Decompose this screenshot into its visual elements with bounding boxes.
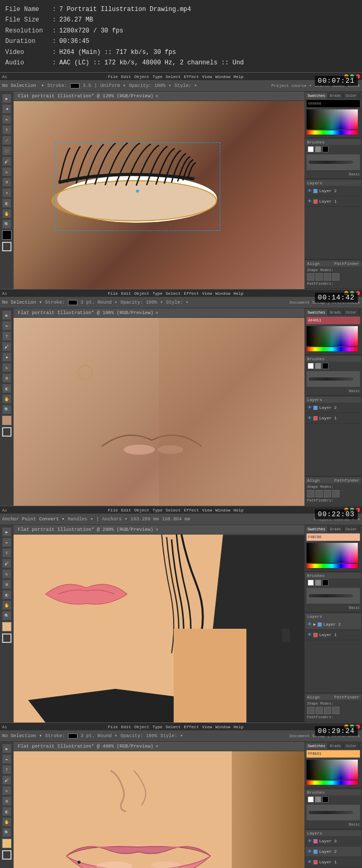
blend-tool-icon[interactable]: ◈ xyxy=(2,188,12,197)
white-swatch3[interactable] xyxy=(308,580,314,586)
rotate-tool-icon2[interactable]: ↻ xyxy=(2,363,12,372)
stroke-color-swatch4[interactable] xyxy=(2,850,12,860)
transp-tab4[interactable]: Transp xyxy=(359,743,362,749)
selection-tool-icon3[interactable]: ▶ xyxy=(2,527,12,537)
gray-swatch2[interactable] xyxy=(315,363,321,369)
color-tab[interactable]: Color xyxy=(344,93,359,99)
type-tool-icon2[interactable]: T xyxy=(2,331,12,341)
layer2-item3[interactable]: 👁 ▶ Layer 2 xyxy=(306,619,361,630)
scale-tool-icon3[interactable]: ⊞ xyxy=(2,580,12,589)
stroke-color-swatch[interactable] xyxy=(2,242,12,251)
color-spectrum2[interactable] xyxy=(307,326,358,352)
white-swatch4[interactable] xyxy=(308,796,314,803)
minus-front-icon[interactable] xyxy=(315,273,323,281)
gradients-tab[interactable]: Grads xyxy=(328,93,344,99)
brush-tool-icon3[interactable]: 🖌 xyxy=(2,559,12,568)
gray-swatch4[interactable] xyxy=(315,796,321,803)
scale-tool-icon4[interactable]: ⊞ xyxy=(2,796,12,806)
direct-select-icon[interactable]: ◀ xyxy=(2,104,12,114)
selection-tool-icon2[interactable]: ▶ xyxy=(2,310,12,320)
blob-brush-icon[interactable]: ● xyxy=(2,352,12,362)
unite-icon[interactable] xyxy=(307,273,314,281)
spectrum-hue-area[interactable] xyxy=(307,109,358,129)
scale-tool-icon2[interactable]: ⊞ xyxy=(2,373,12,383)
eyedropper-icon3[interactable]: ✋ xyxy=(2,600,12,610)
color-spectrum4[interactable] xyxy=(307,760,358,786)
pen-tool-icon3[interactable]: ✒ xyxy=(2,538,12,547)
stroke-color-swatch3[interactable] xyxy=(2,633,12,643)
black-swatch3[interactable] xyxy=(322,580,329,586)
eyedropper-icon[interactable]: ✋ xyxy=(2,209,12,218)
rotate-tool-icon4[interactable]: ↻ xyxy=(2,786,12,795)
exclude-icon2[interactable] xyxy=(332,490,340,497)
gradients-tab3[interactable]: Grads xyxy=(328,526,344,532)
color-tab4[interactable]: Color xyxy=(344,743,359,749)
minus-front-icon3[interactable] xyxy=(315,707,323,714)
black-swatch2[interactable] xyxy=(322,363,329,369)
minus-front-icon2[interactable] xyxy=(315,490,323,497)
hue-slider2[interactable] xyxy=(307,347,358,351)
scale-tool-icon[interactable]: ⊞ xyxy=(2,177,12,187)
rect-tool-icon[interactable]: □ xyxy=(2,146,12,155)
layer2-item2[interactable]: 👁 Layer 2 xyxy=(306,403,361,413)
layer2-item[interactable]: 👁 Layer 2 xyxy=(306,186,361,196)
intersect-icon[interactable] xyxy=(324,273,331,281)
transp-tab2[interactable]: Transp xyxy=(359,309,362,316)
selection-tool-icon[interactable]: ▶ xyxy=(2,94,12,103)
stroke-color-swatch2[interactable] xyxy=(2,427,12,437)
brush-tool-icon4[interactable]: 🖌 xyxy=(2,775,12,785)
hue-slider[interactable] xyxy=(307,130,358,135)
white-swatch2[interactable] xyxy=(308,363,314,369)
color-spectrum3[interactable] xyxy=(307,543,358,569)
zoom-tool-icon[interactable]: 🔍 xyxy=(2,219,12,229)
unite-icon3[interactable] xyxy=(307,707,314,714)
pen-tool-icon2[interactable]: ✒ xyxy=(2,321,12,330)
gradient-tool-icon4[interactable]: ◧ xyxy=(2,807,12,816)
hue-slider3[interactable] xyxy=(307,564,358,568)
color-tab2[interactable]: Color xyxy=(344,309,359,316)
gray-swatch[interactable] xyxy=(315,146,321,152)
color-tab3[interactable]: Color xyxy=(344,526,359,532)
fill-color-swatch[interactable] xyxy=(2,230,12,240)
fill-color-swatch4[interactable] xyxy=(2,839,12,848)
fill-color-swatch3[interactable] xyxy=(2,622,12,631)
exclude-icon[interactable] xyxy=(332,273,340,281)
zoom-tool-icon3[interactable]: 🔍 xyxy=(2,611,12,620)
gradient-tool-icon3[interactable]: ◧ xyxy=(2,590,12,599)
eyedropper-icon4[interactable]: ✋ xyxy=(2,817,12,827)
layer1-item4[interactable]: 👁 Layer 1 xyxy=(306,857,361,867)
gradients-tab4[interactable]: Grads xyxy=(328,743,344,749)
layer1-item[interactable]: 👁 Layer 1 xyxy=(306,196,361,207)
white-swatch[interactable] xyxy=(308,146,314,152)
fill-color-swatch2[interactable] xyxy=(2,416,12,425)
spectrum-hue-area4[interactable] xyxy=(307,760,358,780)
zoom-tool-icon2[interactable]: 🔍 xyxy=(2,405,12,414)
black-swatch4[interactable] xyxy=(322,796,329,803)
gradient-tool-icon2[interactable]: ◧ xyxy=(2,384,12,393)
type-tool-icon4[interactable]: T xyxy=(2,765,12,774)
pen-tool-icon4[interactable]: ✒ xyxy=(2,754,12,764)
intersect-icon3[interactable] xyxy=(324,707,331,714)
line-tool-icon[interactable]: / xyxy=(2,136,12,145)
black-swatch[interactable] xyxy=(322,146,329,152)
zoom-tool-icon4[interactable]: 🔍 xyxy=(2,828,12,837)
brush-tool-icon[interactable]: 🖌 xyxy=(2,157,12,166)
swatches-tab[interactable]: Swatches xyxy=(306,93,328,99)
unite-icon2[interactable] xyxy=(307,490,314,497)
layer2-item4[interactable]: 👁 Layer 2 xyxy=(306,847,361,857)
pen-tool-icon[interactable]: ✒ xyxy=(2,115,12,124)
type-tool-icon[interactable]: T xyxy=(2,125,12,135)
layer1-item2[interactable]: 👁 Layer 1 xyxy=(306,413,361,424)
rotate-tool-icon[interactable]: ↻ xyxy=(2,167,12,176)
hue-slider4[interactable] xyxy=(307,781,358,785)
eyedropper-icon2[interactable]: ✋ xyxy=(2,394,12,404)
intersect-icon2[interactable] xyxy=(324,490,331,497)
swatches-tab4[interactable]: Swatches xyxy=(306,743,328,749)
layer1-item3[interactable]: 👁 Layer 1 xyxy=(306,630,361,640)
swatches-tab3[interactable]: Swatches xyxy=(306,526,328,532)
transp-tab[interactable]: Transp xyxy=(359,93,362,99)
gradients-tab2[interactable]: Grads xyxy=(328,309,344,316)
selection-tool-icon4[interactable]: ▶ xyxy=(2,744,12,753)
layer3-item4[interactable]: 👁 Layer 3 xyxy=(306,836,361,847)
spectrum-hue-area3[interactable] xyxy=(307,543,358,563)
